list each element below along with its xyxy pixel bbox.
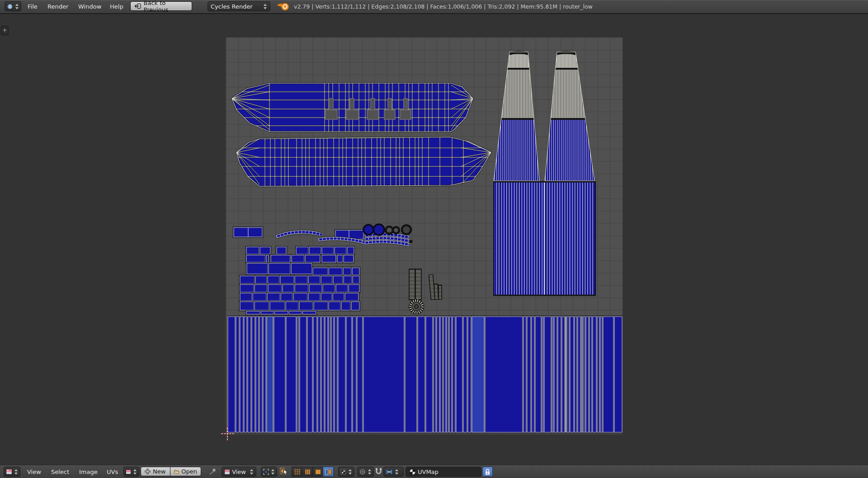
info-header: File Render Window Help Back to Previous… bbox=[0, 0, 868, 14]
uv-side-band[interactable] bbox=[227, 316, 623, 433]
menu-image[interactable]: Image bbox=[79, 465, 98, 478]
uv-editor-header: View Select Image UVs New Open bbox=[0, 465, 868, 478]
pin-image-toggle[interactable] bbox=[208, 468, 217, 476]
lock-icon bbox=[485, 469, 491, 475]
uv-sync-selection-toggle[interactable] bbox=[280, 467, 289, 476]
updown-arrows-icon bbox=[368, 469, 372, 475]
menu-uvs[interactable]: UVs bbox=[107, 465, 118, 478]
updown-arrows-icon bbox=[348, 469, 352, 475]
uv-dot-island bbox=[410, 240, 413, 243]
uv-ladder-strip bbox=[409, 269, 415, 300]
snap-target-dropdown[interactable] bbox=[383, 467, 404, 477]
face-select-icon bbox=[315, 469, 321, 475]
island-select-icon bbox=[325, 469, 332, 475]
render-engine-dropdown[interactable]: Cycles Render bbox=[208, 1, 270, 11]
sticky-selection-icon bbox=[340, 469, 346, 475]
uv-ring-island bbox=[402, 225, 411, 234]
display-channels-dropdown[interactable]: View bbox=[222, 467, 256, 477]
select-mode-edge-button[interactable] bbox=[302, 467, 313, 477]
update-other-views-lock-button[interactable] bbox=[482, 467, 493, 477]
menu-help[interactable]: Help bbox=[110, 0, 123, 13]
new-image-button[interactable]: New bbox=[141, 467, 170, 476]
uv-ladder-strip bbox=[415, 269, 421, 300]
open-image-button[interactable]: Open bbox=[170, 467, 201, 476]
uv-circle-island bbox=[363, 225, 373, 235]
scene-statistics: v2.79 | Verts:1,112/1,112 | Edges:2,108/… bbox=[294, 0, 593, 13]
select-mode-face-button[interactable] bbox=[312, 467, 323, 477]
editor-type-dropdown[interactable] bbox=[4, 467, 20, 477]
back-to-previous-button[interactable]: Back to Previous bbox=[130, 1, 192, 11]
uv-island-body-top[interactable] bbox=[232, 83, 473, 132]
uv-ladder-strip bbox=[434, 284, 439, 299]
uvmap-name-field[interactable]: UVMap bbox=[406, 467, 481, 477]
plus-icon bbox=[145, 469, 151, 474]
uv-circle-island bbox=[373, 224, 384, 235]
sticky-selection-dropdown[interactable] bbox=[338, 467, 354, 477]
menu-render[interactable]: Render bbox=[47, 0, 68, 13]
snap-toggle[interactable] bbox=[375, 468, 382, 475]
image-editor-icon bbox=[6, 469, 12, 475]
info-editor-icon bbox=[7, 3, 13, 10]
updown-arrows-icon bbox=[15, 3, 19, 10]
uv-ladder-strip bbox=[439, 285, 442, 299]
uv-antenna-base[interactable] bbox=[494, 182, 595, 295]
uvmap-name-value: UVMap bbox=[418, 469, 439, 475]
select-mode-vertex-button[interactable] bbox=[292, 467, 302, 477]
menu-select[interactable]: Select bbox=[51, 465, 69, 478]
pivot-icon bbox=[263, 469, 269, 475]
edge-select-icon bbox=[304, 469, 311, 475]
back-to-previous-label: Back to Previous bbox=[144, 0, 188, 13]
render-engine-label: Cycles Render bbox=[211, 3, 253, 10]
select-mode-island-button[interactable] bbox=[323, 467, 334, 477]
uv-select-mode-group bbox=[292, 467, 334, 477]
proportional-edit-icon bbox=[359, 469, 366, 475]
pin-icon bbox=[208, 468, 217, 476]
uv-editor-viewport[interactable] bbox=[0, 0, 868, 478]
expand-region-button[interactable]: + bbox=[1, 26, 9, 35]
vertex-select-icon bbox=[294, 469, 301, 475]
menu-file[interactable]: File bbox=[28, 0, 38, 13]
image-icon bbox=[126, 469, 131, 475]
proportional-edit-dropdown[interactable] bbox=[357, 467, 374, 477]
uv-island-body-bottom[interactable] bbox=[236, 137, 491, 186]
updown-arrows-icon bbox=[14, 469, 18, 475]
menu-window[interactable]: Window bbox=[78, 0, 101, 13]
menu-view[interactable]: View bbox=[27, 465, 41, 478]
display-channels-label: View bbox=[232, 469, 246, 475]
updown-arrows-icon bbox=[250, 469, 254, 475]
updown-arrows-icon bbox=[133, 469, 137, 475]
back-icon bbox=[134, 3, 142, 9]
image-browse-dropdown[interactable] bbox=[123, 467, 139, 477]
pivot-dropdown[interactable] bbox=[261, 467, 277, 477]
image-icon bbox=[224, 469, 230, 475]
updown-arrows-icon bbox=[271, 469, 275, 475]
uvmap-sphere-icon bbox=[409, 469, 416, 475]
blender-logo bbox=[277, 2, 289, 11]
updown-arrows-icon bbox=[263, 3, 267, 10]
folder-icon bbox=[174, 469, 179, 474]
uv-sync-icon bbox=[280, 467, 289, 476]
new-image-label: New bbox=[153, 468, 165, 475]
updown-arrows-icon bbox=[395, 469, 399, 475]
editor-type-dropdown[interactable] bbox=[5, 1, 21, 11]
magnet-icon bbox=[375, 468, 382, 475]
open-image-label: Open bbox=[181, 468, 197, 475]
snap-target-icon bbox=[386, 469, 393, 475]
